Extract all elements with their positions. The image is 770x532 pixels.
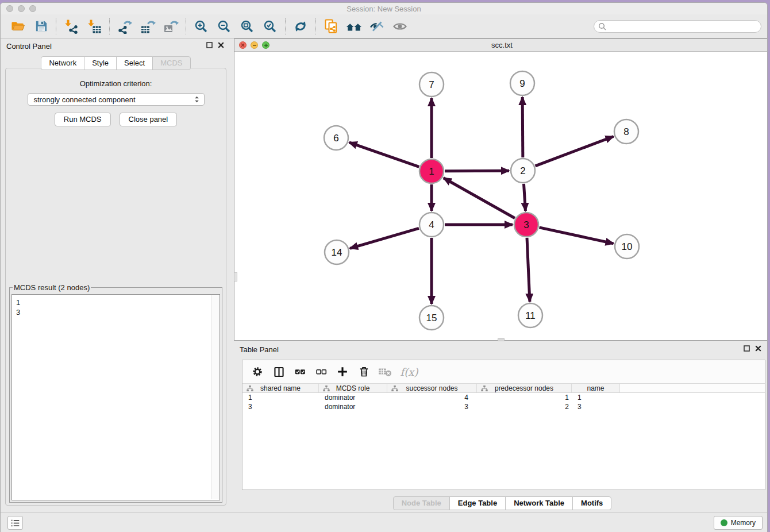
apply-layout-button[interactable] [289,17,312,36]
cell-predecessor-nodes[interactable]: 1 [477,393,572,402]
cell-name[interactable]: 3 [572,402,620,411]
titlebar: Session: New Session [1,3,767,14]
column-header-successor-nodes[interactable]: successor nodes [387,384,477,392]
cell-successor-nodes[interactable]: 4 [387,393,477,402]
close-panel-button[interactable]: Close panel [120,113,178,126]
search-field[interactable] [594,20,761,33]
node-label: 6 [333,133,338,144]
cell-predecessor-nodes[interactable]: 2 [477,402,572,411]
select-all-button[interactable] [290,363,310,380]
first-neighbors-button[interactable] [342,17,365,36]
zoom-in-button[interactable] [190,17,213,36]
zoom-fit-button[interactable] [236,17,259,36]
graph-node-1[interactable]: 1 [419,159,444,183]
tab-select[interactable]: Select [116,56,153,70]
tab-network[interactable]: Network [41,56,84,70]
graph-node-7[interactable]: 7 [419,72,444,97]
search-input[interactable] [609,22,757,30]
network-from-selection-button[interactable] [319,17,342,36]
criterion-dropdown[interactable]: strongly connected component [28,93,205,106]
eye-slash-icon [369,19,385,34]
column-header-predecessor-nodes[interactable]: predecessor nodes [477,384,572,392]
mcds-result-list[interactable]: 13 [11,294,220,500]
edge-2-8[interactable] [536,136,614,165]
edge-2-3[interactable] [523,184,525,211]
edge-4-14[interactable] [350,228,419,248]
table-mode-button[interactable] [248,363,267,380]
float-panel-icon[interactable] [206,42,213,48]
graph-node-9[interactable]: 9 [510,71,534,95]
export-table-button[interactable] [136,17,159,36]
import-table-button[interactable] [83,17,106,36]
save-session-button[interactable] [29,17,52,36]
float-panel-icon[interactable] [744,345,750,352]
deselect-all-button[interactable] [311,363,331,380]
show-all-button[interactable] [388,17,411,36]
edge-2-9[interactable] [522,97,523,157]
close-panel-icon[interactable] [218,42,224,48]
graph-node-10[interactable]: 10 [615,234,639,259]
tab-mcds[interactable]: MCDS [152,56,190,70]
edge-3-1[interactable] [444,178,515,218]
cell-shared-name[interactable]: 3 [242,402,319,411]
node-label: 3 [523,219,529,230]
cell-shared-name[interactable]: 1 [242,393,319,402]
column-header-filler [620,384,765,392]
column-type-icon [247,385,253,394]
graph-node-15[interactable]: 15 [419,306,444,330]
horizontal-splitter-grip[interactable] [498,338,505,341]
tab-network-table[interactable]: Network Table [505,496,573,510]
add-column-button[interactable] [333,363,352,380]
panel-splitter-grip[interactable] [234,272,237,282]
tab-edge-table[interactable]: Edge Table [449,496,506,510]
tab-motifs[interactable]: Motifs [572,496,611,510]
column-header-name[interactable]: name [572,384,620,392]
graph-node-3[interactable]: 3 [514,213,538,237]
column-type-icon [391,385,398,394]
edge-1-2[interactable] [445,171,509,171]
task-history-button[interactable] [7,516,23,530]
export-image-button[interactable] [159,17,182,36]
show-columns-button[interactable] [269,363,288,380]
network-canvas[interactable]: 7968124314101511 [234,52,768,340]
graph-node-11[interactable]: 11 [518,303,542,327]
zoom-out-button[interactable] [213,17,236,36]
unchecked-boxes-icon [314,365,328,379]
function-builder-button[interactable]: f(x) [396,363,422,380]
delete-table-button[interactable] [375,363,395,380]
edge-1-6[interactable] [349,142,419,167]
graph-node-2[interactable]: 2 [511,159,535,183]
toolbar-separator [285,18,286,34]
import-network-button[interactable] [60,17,83,36]
hide-selected-button[interactable] [365,17,388,36]
open-file-button[interactable] [6,17,29,36]
tab-node-table[interactable]: Node Table [393,496,450,510]
cell-mcds-role[interactable]: dominator [319,393,387,402]
column-header-mcds-role[interactable]: MCDS role [319,384,387,392]
node-label: 11 [525,310,536,321]
tab-style[interactable]: Style [84,56,117,70]
edge-3-10[interactable] [539,228,613,244]
close-panel-icon[interactable] [755,345,761,352]
run-mcds-button[interactable]: Run MCDS [55,113,111,126]
table-row[interactable]: 1dominator411 [242,393,765,402]
cell-name[interactable]: 1 [572,393,620,402]
zoom-selected-button[interactable] [259,17,282,36]
delete-column-button[interactable] [354,363,374,380]
export-network-button[interactable] [113,17,136,36]
network-window-titlebar[interactable]: scc.txt [234,39,768,52]
cell-mcds-role[interactable]: dominator [319,402,387,411]
graph-node-8[interactable]: 8 [614,119,638,144]
graph-node-6[interactable]: 6 [324,126,348,150]
graph-node-4[interactable]: 4 [419,213,444,237]
result-scrollbar[interactable] [211,295,219,499]
eye-icon [392,19,408,34]
table-row[interactable]: 3dominator323 [242,402,765,411]
edge-3-11[interactable] [527,238,530,302]
memory-button[interactable]: Memory [714,516,763,530]
graph-node-14[interactable]: 14 [325,240,349,264]
column-header-shared-name[interactable]: shared name [242,384,319,392]
cell-successor-nodes[interactable]: 3 [387,402,477,411]
cell-filler [620,393,765,402]
table-panel-title: Table Panel [240,345,279,354]
